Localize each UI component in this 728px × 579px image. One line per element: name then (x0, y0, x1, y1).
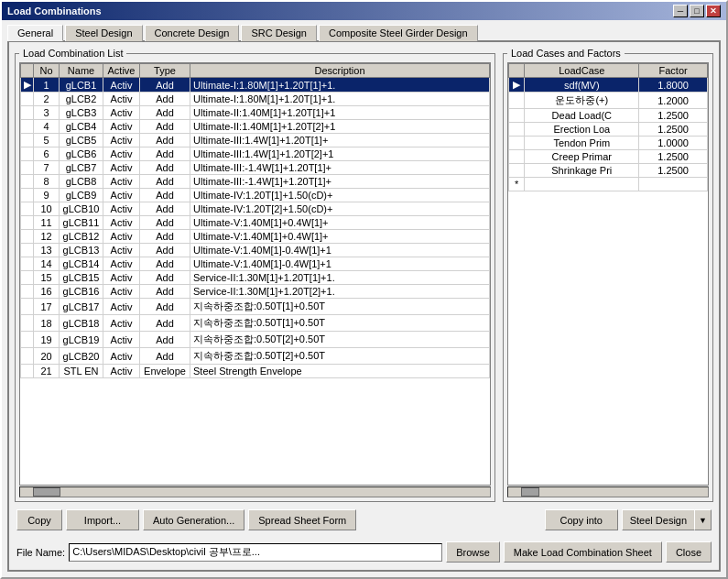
row-name: gLCB1 (60, 78, 103, 93)
row-arrow-cell (21, 134, 34, 147)
rrow-case: Shrinkage Pri (525, 164, 639, 178)
row-name: gLCB3 (60, 106, 103, 120)
col-arrow (21, 64, 34, 78)
left-table-row[interactable]: ▶ 1 gLCB1 Activ Add Ultimate-I:1.80M[1]+… (21, 78, 490, 93)
row-desc: Ultimate-I:1.80M[1]+1.20T[1]+1. (190, 78, 490, 93)
left-table-row[interactable]: 17 gLCB17 Activ Add 지속하중조합:0.50T[1]+0.50… (21, 299, 490, 315)
col-active: Active (103, 64, 140, 78)
right-table-row[interactable]: Erection Loa 1.2500 (509, 123, 708, 137)
auto-generation-button[interactable]: Auto Generation... (143, 509, 244, 530)
minimize-button[interactable]: ─ (673, 5, 688, 17)
left-table-row[interactable]: 16 gLCB16 Activ Add Service-II:1.30M[1]+… (21, 285, 490, 299)
left-table-row[interactable]: 5 gLCB5 Activ Add Ultimate-III:1.4W[1]+1… (21, 134, 490, 147)
right-table-row[interactable]: Dead Load(C 1.2500 (509, 109, 708, 123)
tab-concrete-design[interactable]: Concrete Design (145, 25, 240, 41)
rrow-case (525, 178, 639, 191)
right-table: LoadCase Factor ▶ sdf(MV) 1.8000 운도하중(+)… (508, 63, 708, 191)
left-panel: Load Combination List No Name Active Typ… (15, 48, 495, 502)
row-no: 9 (34, 189, 60, 202)
left-table-row[interactable]: 10 gLCB10 Activ Add Ultimate-IV:1.20T[2]… (21, 202, 490, 216)
row-active: Activ (103, 299, 140, 315)
row-active: Activ (103, 315, 140, 332)
row-arrow-cell (21, 332, 34, 348)
left-hscroll[interactable] (19, 486, 491, 497)
left-table-container[interactable]: No Name Active Type Description ▶ 1 gLCB… (19, 62, 491, 486)
left-table: No Name Active Type Description ▶ 1 gLCB… (20, 63, 490, 378)
row-desc: Ultimate-V:1.40M[1]-0.4W[1]+1 (190, 244, 490, 257)
rrow-factor: 1.0000 (639, 137, 708, 150)
right-hscroll[interactable] (507, 486, 709, 497)
rrow-factor: 1.2500 (639, 123, 708, 137)
row-active: Activ (103, 175, 140, 189)
row-name: gLCB5 (60, 134, 103, 147)
tab-general[interactable]: General (7, 25, 63, 41)
close-button[interactable]: ✕ (706, 5, 721, 17)
left-table-row[interactable]: 18 gLCB18 Activ Add 지속하중조합:0.50T[1]+0.50… (21, 315, 490, 332)
steel-design-dropdown[interactable]: Steel Design ▼ (622, 509, 712, 530)
bottom-row: File Name: Browse Make Load Combination … (15, 538, 713, 564)
row-desc: Service-II:1.30M[1]+1.20T[1]+1. (190, 271, 490, 285)
row-no: 5 (34, 134, 60, 147)
row-arrow-cell (21, 244, 34, 257)
row-arrow-cell (21, 93, 34, 106)
left-table-row[interactable]: 12 gLCB12 Activ Add Ultimate-V:1.40M[1]+… (21, 230, 490, 244)
right-table-container[interactable]: LoadCase Factor ▶ sdf(MV) 1.8000 운도하중(+)… (507, 62, 709, 486)
left-table-row[interactable]: 11 gLCB11 Activ Add Ultimate-V:1.40M[1]+… (21, 216, 490, 230)
row-active: Activ (103, 189, 140, 202)
right-table-row[interactable]: Tendon Prim 1.0000 (509, 137, 708, 150)
tab-composite-steel[interactable]: Composite Steel Girder Design (319, 25, 478, 41)
right-table-row[interactable]: Shrinkage Pri 1.2500 (509, 164, 708, 178)
row-no: 13 (34, 244, 60, 257)
row-arrow-cell (21, 271, 34, 285)
rrow-case: 운도하중(+) (525, 93, 639, 109)
browse-button[interactable]: Browse (446, 541, 500, 563)
left-table-row[interactable]: 21 STL EN Activ Envelope Steel Strength … (21, 365, 490, 378)
row-arrow-cell (21, 202, 34, 216)
row-type: Add (140, 348, 190, 365)
tab-src-design[interactable]: SRC Design (241, 25, 317, 41)
tab-steel-design[interactable]: Steel Design (65, 25, 142, 41)
maximize-button[interactable]: □ (690, 5, 704, 17)
row-name: gLCB16 (60, 285, 103, 299)
row-no: 7 (34, 161, 60, 175)
left-table-row[interactable]: 15 gLCB15 Activ Add Service-II:1.30M[1]+… (21, 271, 490, 285)
row-arrow-cell (21, 299, 34, 315)
close-button-bottom[interactable]: Close (666, 541, 712, 563)
left-table-row[interactable]: 4 gLCB4 Activ Add Ultimate-II:1.40M[1]+1… (21, 120, 490, 134)
left-table-row[interactable]: 13 gLCB13 Activ Add Ultimate-V:1.40M[1]-… (21, 244, 490, 257)
right-table-row[interactable]: Creep Primar 1.2500 (509, 150, 708, 164)
main-window: Load Combinations ─ □ ✕ General Steel De… (0, 0, 728, 579)
row-desc: Ultimate-III:-1.4W[1]+1.20T[1]+ (190, 175, 490, 189)
right-table-row[interactable]: * (509, 178, 708, 191)
file-name-label: File Name: (16, 547, 65, 558)
row-desc: 지속하중조합:0.50T[1]+0.50T (190, 315, 490, 332)
right-table-row[interactable]: ▶ sdf(MV) 1.8000 (509, 78, 708, 93)
row-type: Add (140, 332, 190, 348)
left-table-row[interactable]: 14 gLCB14 Activ Add Ultimate-V:1.40M[1]-… (21, 257, 490, 271)
left-table-row[interactable]: 8 gLCB8 Activ Add Ultimate-III:-1.4W[1]+… (21, 175, 490, 189)
right-table-row[interactable]: 운도하중(+) 1.2000 (509, 93, 708, 109)
row-name: gLCB15 (60, 271, 103, 285)
left-table-row[interactable]: 9 gLCB9 Activ Add Ultimate-IV:1.20T[1]+1… (21, 189, 490, 202)
steel-design-button[interactable]: Steel Design (622, 509, 694, 530)
dropdown-arrow-button[interactable]: ▼ (694, 509, 712, 530)
row-desc: Ultimate-V:1.40M[1]+0.4W[1]+ (190, 230, 490, 244)
make-load-combination-sheet-button[interactable]: Make Load Combination Sheet (504, 541, 662, 563)
rrow-factor: 1.2500 (639, 109, 708, 123)
row-type: Add (140, 78, 190, 93)
window-title: Load Combinations (7, 5, 102, 16)
row-type: Add (140, 189, 190, 202)
copy-into-button[interactable]: Copy into (545, 509, 618, 530)
left-table-row[interactable]: 6 gLCB6 Activ Add Ultimate-III:1.4W[1]+1… (21, 147, 490, 161)
copy-button[interactable]: Copy (16, 509, 62, 530)
import-button[interactable]: Import... (66, 509, 139, 530)
file-path-input[interactable] (69, 543, 442, 562)
rrow-factor: 1.2500 (639, 164, 708, 178)
row-arrow-cell (21, 189, 34, 202)
left-table-row[interactable]: 20 gLCB20 Activ Add 지속하중조합:0.50T[2]+0.50… (21, 348, 490, 365)
spread-sheet-form-button[interactable]: Spread Sheet Form (248, 509, 356, 530)
left-table-row[interactable]: 7 gLCB7 Activ Add Ultimate-III:-1.4W[1]+… (21, 161, 490, 175)
left-table-row[interactable]: 19 gLCB19 Activ Add 지속하중조합:0.50T[2]+0.50… (21, 332, 490, 348)
left-table-row[interactable]: 2 gLCB2 Activ Add Ultimate-I:1.80M[1]+1.… (21, 93, 490, 106)
left-table-row[interactable]: 3 gLCB3 Activ Add Ultimate-II:1.40M[1]+1… (21, 106, 490, 120)
